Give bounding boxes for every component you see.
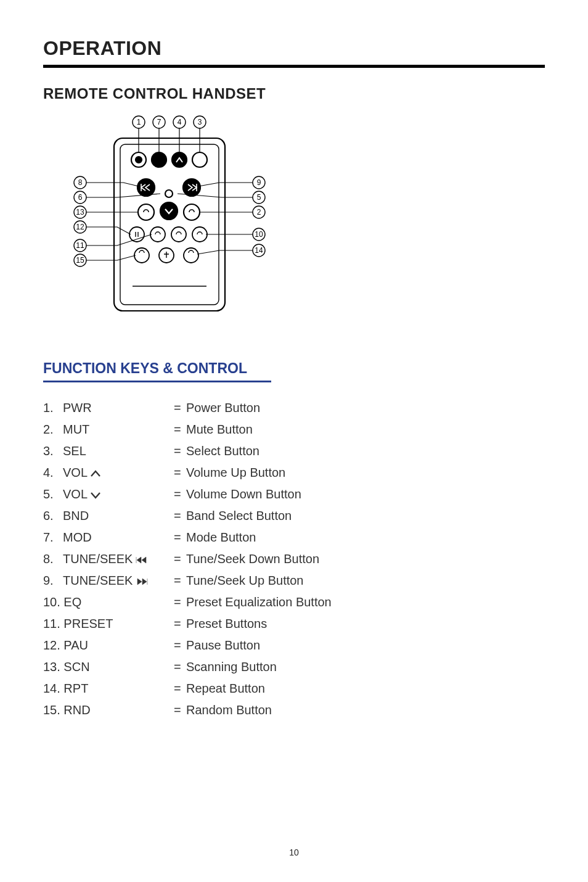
svg-point-21 (152, 152, 166, 167)
function-description: Select Button (186, 440, 545, 462)
equals-sign: = (174, 613, 186, 635)
function-row: 11. PRESET= Preset Buttons (43, 613, 545, 635)
function-number: 1. (43, 397, 63, 419)
svg-text:4: 4 (178, 118, 182, 126)
function-row: 9.TUNE/SEEK= Tune/Seek Up Button (43, 570, 545, 591)
function-row: 4.VOL= Volume Up Button (43, 462, 545, 484)
function-key: BND (63, 505, 174, 527)
function-description: Repeat Button (186, 678, 545, 699)
function-number: 9. (43, 570, 63, 591)
function-row: 5.VOL= Volume Down Button (43, 484, 545, 505)
function-description: Scanning Button (186, 656, 545, 678)
function-key: VOL (63, 462, 174, 484)
svg-text:14: 14 (255, 246, 263, 255)
subtitle-remote: REMOTE CONTROL HANDSET (43, 85, 545, 102)
function-key: SEL (63, 440, 174, 462)
equals-sign: = (174, 635, 186, 656)
function-row: 8.TUNE/SEEK= Tune/Seek Down Button (43, 548, 545, 570)
function-row: 15. RND= Random Button (43, 699, 545, 721)
remote-diagram: 1 7 4 3 8 6 13 12 11 15 9 5 2 10 14 (43, 113, 545, 323)
page-title: OPERATION (43, 37, 545, 60)
svg-text:1: 1 (137, 118, 141, 126)
svg-point-29 (184, 204, 200, 220)
svg-text:9: 9 (257, 178, 261, 187)
function-description: Preset Equalization Button (186, 591, 545, 613)
section-heading: FUNCTION KEYS & CONTROL (43, 360, 545, 377)
function-row: 2.MUT= Mute Button (43, 419, 545, 440)
equals-sign: = (174, 591, 186, 613)
svg-point-27 (160, 202, 178, 220)
svg-point-23 (192, 152, 207, 167)
function-key: MUT (63, 419, 174, 440)
page-number: 10 (0, 847, 588, 857)
function-number: 2. (43, 419, 63, 440)
svg-text:7: 7 (157, 118, 161, 126)
function-description: Preset Buttons (186, 613, 545, 635)
function-row: 14. RPT= Repeat Button (43, 678, 545, 699)
svg-point-28 (138, 204, 154, 220)
equals-sign: = (174, 699, 186, 721)
svg-text:3: 3 (198, 118, 202, 126)
function-key: 14. RPT (43, 678, 174, 699)
equals-sign: = (174, 462, 186, 484)
section-rule (43, 381, 271, 382)
function-number: 6. (43, 505, 63, 527)
equals-sign: = (174, 678, 186, 699)
function-number: 3. (43, 440, 63, 462)
svg-text:2: 2 (257, 208, 261, 216)
function-key: VOL (63, 484, 174, 505)
svg-text:10: 10 (255, 230, 263, 239)
skip-fwd-icon (135, 570, 149, 591)
function-key: TUNE/SEEK (63, 548, 174, 570)
svg-text:6: 6 (78, 193, 83, 202)
svg-point-26 (165, 190, 173, 197)
function-description: Tune/Seek Up Button (186, 570, 545, 591)
function-list: 1.PWR= Power Button2.MUT= Mute Button3.S… (43, 397, 545, 721)
function-row: 1.PWR= Power Button (43, 397, 545, 419)
function-description: Tune/Seek Down Button (186, 548, 545, 570)
svg-point-31 (150, 227, 165, 242)
function-description: Power Button (186, 397, 545, 419)
equals-sign: = (174, 548, 186, 570)
function-key: 13. SCN (43, 656, 174, 678)
svg-point-20 (136, 157, 142, 163)
function-key: MOD (63, 527, 174, 548)
chev-up-icon (90, 462, 101, 484)
equals-sign: = (174, 527, 186, 548)
function-description: Mode Button (186, 527, 545, 548)
function-row: 3.SEL= Select Button (43, 440, 545, 462)
equals-sign: = (174, 440, 186, 462)
svg-text:15: 15 (76, 256, 84, 265)
function-number: 7. (43, 527, 63, 548)
function-row: 6.BND= Band Select Button (43, 505, 545, 527)
svg-text:12: 12 (76, 223, 84, 231)
function-description: Volume Down Button (186, 484, 545, 505)
function-number: 4. (43, 462, 63, 484)
equals-sign: = (174, 570, 186, 591)
equals-sign: = (174, 505, 186, 527)
equals-sign: = (174, 397, 186, 419)
function-row: 7.MOD= Mode Button (43, 527, 545, 548)
function-row: 13. SCN= Scanning Button (43, 656, 545, 678)
function-row: 10. EQ= Preset Equalization Button (43, 591, 545, 613)
svg-text:11: 11 (76, 241, 84, 250)
skip-back-icon (135, 548, 149, 570)
svg-point-32 (171, 227, 186, 242)
function-description: Volume Up Button (186, 462, 545, 484)
equals-sign: = (174, 419, 186, 440)
equals-sign: = (174, 656, 186, 678)
function-key: 15. RND (43, 699, 174, 721)
svg-rect-17 (120, 144, 219, 305)
function-description: Pause Button (186, 635, 545, 656)
function-number: 5. (43, 484, 63, 505)
svg-text:8: 8 (78, 178, 83, 187)
function-description: Band Select Button (186, 505, 545, 527)
function-description: Random Button (186, 699, 545, 721)
function-key: TUNE/SEEK (63, 570, 174, 591)
svg-rect-16 (114, 138, 225, 311)
function-row: 12. PAU= Pause Button (43, 635, 545, 656)
title-rule (43, 65, 545, 68)
function-key: PWR (63, 397, 174, 419)
svg-point-33 (192, 227, 207, 242)
svg-text:13: 13 (76, 208, 84, 216)
